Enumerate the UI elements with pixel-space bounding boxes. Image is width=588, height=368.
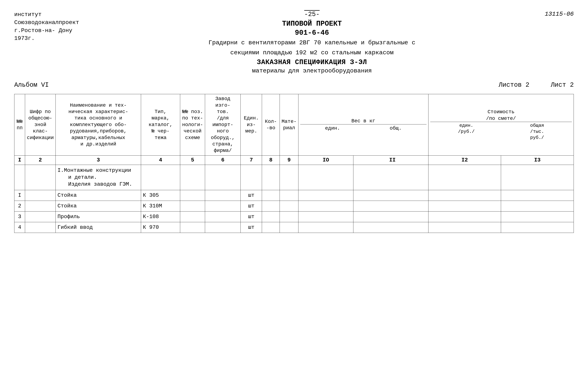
- row1-qty: [262, 190, 280, 201]
- row1-num: I: [14, 190, 25, 201]
- main-table: №№пп Шифр пообщесою-зной клас-сификации …: [14, 94, 574, 233]
- doc-number: 13115-06: [545, 11, 574, 18]
- row1-c2: [501, 190, 574, 201]
- row1-c1: [428, 190, 501, 201]
- row4-c2: [501, 222, 574, 233]
- row1-code: [25, 190, 56, 201]
- section-code-empty: [25, 165, 56, 190]
- col-num-7: 7: [241, 156, 262, 165]
- row2-type: К 310М: [141, 201, 180, 211]
- row2-pos: [180, 201, 205, 211]
- row4-mat: [280, 222, 298, 233]
- row3-mat: [280, 211, 298, 222]
- col-num-4: 4: [141, 156, 180, 165]
- spec-title: ЗАКАЗНАЯ СПЕЦИФИКАЦИЯ З-ЭЛ: [90, 58, 534, 66]
- table-row: 3 Профиль К-108 шт: [14, 211, 574, 222]
- row2-mat: [280, 201, 298, 211]
- header-col4: Тип,марка,каталог,№ чер-тежа: [141, 94, 180, 156]
- col-num-8: 8: [262, 156, 280, 165]
- header-col5: №№ поз.по тех-нологи-ческойсхеме: [180, 94, 205, 156]
- project-description-2: секциями площадью 192 м2 со стальным кар…: [90, 49, 534, 57]
- header-col2: Шифр пообщесою-зной клас-сификации: [25, 94, 56, 156]
- row4-w1: [298, 222, 353, 233]
- row1-type: К 305: [141, 190, 180, 201]
- row3-name: Профиль: [56, 211, 141, 222]
- row2-name: Стойка: [56, 201, 141, 211]
- section-w1-empty: [298, 165, 353, 190]
- row1-w2: [353, 190, 428, 201]
- section-pos-empty: [180, 165, 205, 190]
- row4-c1: [428, 222, 501, 233]
- section-w2-empty: [353, 165, 428, 190]
- section-title: I.Монтажные конструкции и детали. Издели…: [56, 165, 141, 190]
- row2-unit: шт: [241, 201, 262, 211]
- row3-num: 3: [14, 211, 25, 222]
- section-mat-empty: [280, 165, 298, 190]
- row3-unit: шт: [241, 211, 262, 222]
- project-description-1: Градирни с вентиляторами 2ВГ 70 капельны…: [90, 39, 534, 47]
- header-col1: №№пп: [14, 94, 25, 156]
- table-row: 2 Стойка К 310М шт: [14, 201, 574, 211]
- row4-num: 4: [14, 222, 25, 233]
- table-header-row: №№пп Шифр пообщесою-зной клас-сификации …: [14, 94, 574, 156]
- section-type-empty: [141, 165, 180, 190]
- sheets-info: Листов 2 Лист 2: [499, 81, 574, 89]
- institute-line1: институт: [14, 11, 42, 18]
- row4-w2: [353, 222, 428, 233]
- row2-c2: [501, 201, 574, 211]
- section-factory-empty: [205, 165, 241, 190]
- header-col7: Един.из-мер.: [241, 94, 262, 156]
- col-num-5: 5: [180, 156, 205, 165]
- row1-name: Стойка: [56, 190, 141, 201]
- header-col6: Заводизго-тов./дляимпорт-ногооборуд.,стр…: [205, 94, 241, 156]
- row4-name: Гибкий ввод: [56, 222, 141, 233]
- section-header-row: I.Монтажные конструкции и детали. Издели…: [14, 165, 574, 190]
- row1-pos: [180, 190, 205, 201]
- table-row: I Стойка К 305 шт: [14, 190, 574, 201]
- row3-c2: [501, 211, 574, 222]
- row3-pos: [180, 211, 205, 222]
- album-section: Альбом VI Листов 2 Лист 2: [14, 81, 574, 89]
- section-unit-empty: [241, 165, 262, 190]
- institute-line4: 1973г.: [14, 35, 35, 42]
- col-num-3: 3: [56, 156, 141, 165]
- col-num-11: II: [353, 156, 428, 165]
- col-num-12: I2: [428, 156, 501, 165]
- institute-line2: Союзводоканалпроект: [14, 19, 79, 26]
- row2-qty: [262, 201, 280, 211]
- header-col3: Наименование и тех-ническая характерис-т…: [56, 94, 141, 156]
- row3-w2: [353, 211, 428, 222]
- row2-code: [25, 201, 56, 211]
- institute-line3: г.Ростов-на- Дону: [14, 27, 72, 34]
- row3-code: [25, 211, 56, 222]
- row4-factory: [205, 222, 241, 233]
- header-col12-13: Стоимость/по смете/ един./руб./ общая/ты…: [428, 94, 574, 156]
- col-num-2: 2: [25, 156, 56, 165]
- section-num-empty: [14, 165, 25, 190]
- header-section: институт Союзводоканалпроект г.Ростов-на…: [14, 11, 574, 74]
- spec-subtitle: материалы для электрооборудования: [90, 67, 534, 74]
- institute-info: институт Союзводоканалпроект г.Ростов-на…: [14, 11, 79, 43]
- row4-type: К 970: [141, 222, 180, 233]
- sheet-current: Лист 2: [551, 81, 574, 89]
- column-numbers-row: I 2 3 4 5 6 7 8 9 IO II I2 I3: [14, 156, 574, 165]
- row1-mat: [280, 190, 298, 201]
- col-num-13: I3: [501, 156, 574, 165]
- row4-qty: [262, 222, 280, 233]
- row1-factory: [205, 190, 241, 201]
- row4-pos: [180, 222, 205, 233]
- col-num-1: I: [14, 156, 25, 165]
- row3-w1: [298, 211, 353, 222]
- row4-code: [25, 222, 56, 233]
- section-c2-empty: [501, 165, 574, 190]
- header-col9: Мате-риал: [280, 94, 298, 156]
- page-number: -25-: [90, 11, 534, 18]
- col-num-9: 9: [280, 156, 298, 165]
- project-number: 901-6-46: [90, 29, 534, 37]
- row3-type: К-108: [141, 211, 180, 222]
- row4-unit: шт: [241, 222, 262, 233]
- album-label: Альбом VI: [14, 81, 49, 89]
- row2-factory: [205, 201, 241, 211]
- row2-c1: [428, 201, 501, 211]
- row1-w1: [298, 190, 353, 201]
